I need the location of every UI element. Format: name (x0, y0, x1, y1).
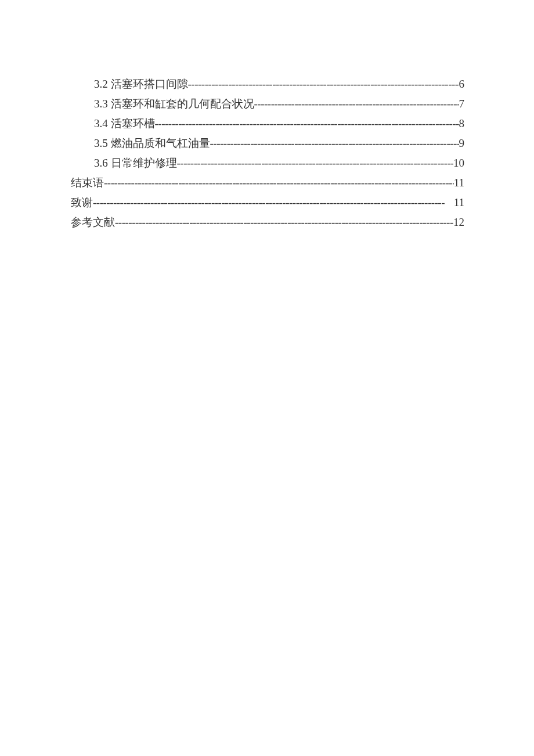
toc-entry: 参考文献------------------------------------… (71, 213, 464, 232)
toc-label: 致谢 (71, 193, 93, 213)
toc-label: 3.3 活塞环和缸套的几何配合状况 (94, 94, 254, 114)
toc-page-number: 11 (454, 193, 464, 213)
table-of-contents: 3.2 活塞环搭口间隙-----------------------------… (71, 74, 464, 232)
toc-label: 3.4 活塞环槽 (94, 114, 155, 134)
toc-entry: 3.6 日常维护修理------------------------------… (71, 153, 464, 173)
toc-entry: 3.2 活塞环搭口间隙-----------------------------… (71, 74, 464, 94)
toc-page-number: 11 (454, 173, 464, 193)
toc-label: 3.2 活塞环搭口间隙 (94, 74, 188, 94)
toc-label: 结束语 (71, 173, 104, 193)
toc-label: 参考文献 (71, 213, 115, 232)
toc-leader: ----------------------------------------… (210, 134, 459, 153)
toc-page-number: 9 (459, 134, 465, 153)
toc-leader: ----------------------------------------… (155, 114, 459, 134)
toc-label: 3.6 日常维护修理 (94, 153, 177, 173)
toc-entry: 3.4 活塞环槽--------------------------------… (71, 114, 464, 134)
toc-entry: 3.3 活塞环和缸套的几何配合状况-----------------------… (71, 94, 464, 114)
toc-leader: ----------------------------------------… (115, 213, 453, 232)
toc-page-number: 6 (459, 74, 465, 94)
toc-entry: 致谢--------------------------------------… (71, 193, 464, 213)
toc-leader: ----------------------------------------… (93, 193, 454, 213)
toc-leader: ----------------------------------------… (177, 153, 454, 173)
toc-leader: ----------------------------------------… (188, 74, 459, 94)
toc-entry: 3.5 燃油品质和气杠油量---------------------------… (71, 134, 464, 153)
toc-page-number: 10 (453, 153, 464, 173)
toc-page-number: 12 (453, 213, 464, 232)
toc-page-number: 7 (459, 94, 465, 114)
toc-leader: ----------------------------------------… (254, 94, 459, 114)
toc-label: 3.5 燃油品质和气杠油量 (94, 134, 210, 153)
toc-leader: ----------------------------------------… (104, 173, 454, 193)
toc-page-number: 8 (459, 114, 465, 134)
toc-entry: 结束语-------------------------------------… (71, 173, 464, 193)
